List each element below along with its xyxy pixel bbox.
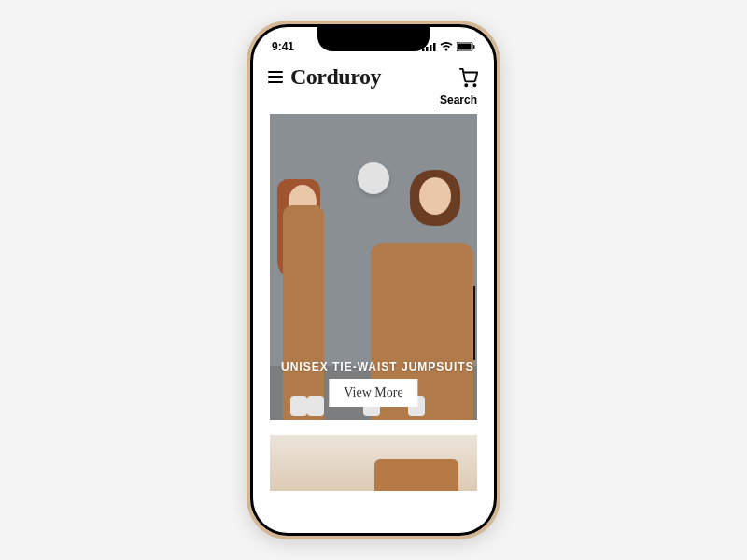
hero-card[interactable]: UNISEX TIE-WAIST JUMPSUITS View More — [270, 114, 477, 420]
screen: 9:41 Corduroy Search — [253, 27, 494, 533]
svg-rect-1 — [426, 47, 429, 51]
model-head — [419, 177, 451, 215]
phone-frame: 9:41 Corduroy Search — [247, 21, 500, 539]
search-link[interactable]: Search — [253, 90, 494, 112]
status-time: 9:41 — [272, 40, 294, 53]
status-right — [422, 42, 475, 51]
svg-point-7 — [465, 84, 467, 86]
notch — [317, 27, 430, 51]
secondary-card[interactable] — [270, 435, 477, 491]
svg-rect-3 — [433, 43, 436, 51]
phone-bezel: 9:41 Corduroy Search — [250, 24, 497, 536]
header: Corduroy — [253, 61, 494, 90]
svg-point-8 — [473, 84, 475, 86]
wifi-icon — [440, 42, 453, 51]
content-scroll[interactable]: UNISEX TIE-WAIST JUMPSUITS View More — [253, 112, 494, 526]
brand-title: Corduroy — [290, 64, 451, 90]
menu-button[interactable] — [268, 71, 283, 84]
battery-icon — [457, 42, 475, 51]
touch-indicator — [358, 162, 389, 194]
model-standing — [283, 205, 324, 420]
hero-caption: UNISEX TIE-WAIST JUMPSUITS — [281, 360, 474, 373]
view-more-button[interactable]: View More — [329, 379, 417, 407]
svg-rect-6 — [473, 45, 475, 49]
cart-button[interactable] — [458, 67, 479, 88]
svg-rect-2 — [430, 45, 432, 51]
cart-icon — [458, 67, 479, 88]
svg-rect-5 — [458, 44, 472, 50]
